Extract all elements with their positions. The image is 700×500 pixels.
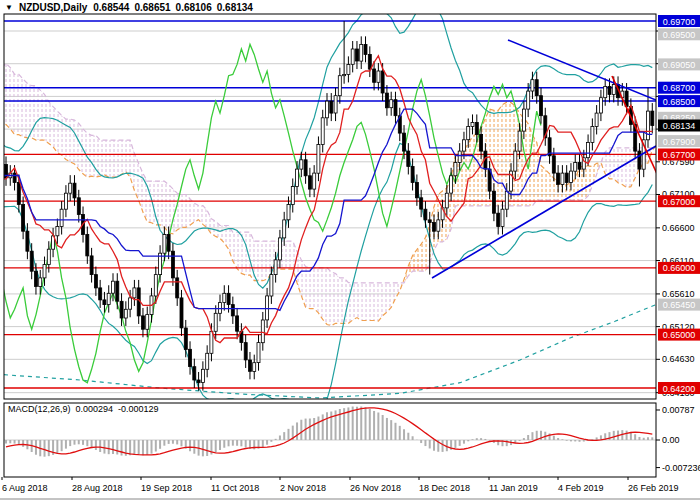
price-badge-0.68134: 0.68134 bbox=[658, 120, 700, 132]
date-label: 4 Feb 2019 bbox=[558, 483, 604, 493]
price-badge-0.69700: 0.69700 bbox=[658, 15, 700, 27]
date-label: 19 Sep 2018 bbox=[141, 483, 192, 493]
macd-signal-line bbox=[6, 408, 652, 455]
symbol-dropdown-icon[interactable]: ▼ bbox=[5, 3, 13, 12]
price-badge-0.66000: 0.66000 bbox=[658, 262, 700, 274]
price-badge-label: 0.67900 bbox=[663, 137, 696, 147]
price-badge-0.69050: 0.69050 bbox=[658, 58, 700, 70]
trading-terminal-window: 0.675900.671000.666000.661100.656100.651… bbox=[0, 0, 700, 500]
date-label: 26 Feb 2019 bbox=[628, 483, 679, 493]
ohlc-close: 0.68134 bbox=[217, 2, 253, 13]
price-badge-label: 0.68134 bbox=[663, 121, 696, 131]
date-label: 6 Aug 2018 bbox=[2, 483, 48, 493]
date-axis[interactable]: 6 Aug 201828 Aug 201819 Sep 201811 Oct 2… bbox=[0, 477, 700, 499]
price-tick-label: 0.65610 bbox=[662, 289, 695, 299]
price-badge-label: 0.69500 bbox=[663, 30, 696, 40]
price-badge-0.67000: 0.67000 bbox=[658, 195, 700, 207]
price-tick-label: 0.64630 bbox=[662, 354, 695, 364]
ichimoku-cloud bbox=[0, 52, 700, 325]
macd-tick-label: 0.00787 bbox=[662, 405, 695, 415]
price-axis[interactable]: 0.675900.671000.666000.661100.656100.651… bbox=[656, 15, 700, 473]
price-badge-label: 0.68500 bbox=[663, 97, 696, 107]
macd-name: MACD(12,26,9) bbox=[8, 404, 71, 414]
price-badge-0.68700: 0.68700 bbox=[658, 82, 700, 94]
price-badge-label: 0.65000 bbox=[663, 330, 696, 340]
ohlc-high: 0.68651 bbox=[134, 2, 170, 13]
ohlc-open: 0.68544 bbox=[93, 2, 129, 13]
price-badge-label: 0.66000 bbox=[663, 263, 696, 273]
date-label: 2 Nov 2018 bbox=[280, 483, 326, 493]
price-badge-0.68500: 0.68500 bbox=[658, 95, 700, 107]
price-badge-label: 0.68700 bbox=[663, 83, 696, 93]
macd-tick-label: 0.00 bbox=[662, 435, 680, 445]
price-tick-label: 0.66600 bbox=[662, 223, 695, 233]
macd-main-value: 0.000294 bbox=[76, 404, 114, 414]
date-label: 11 Jan 2019 bbox=[489, 483, 538, 493]
date-label: 11 Oct 2018 bbox=[211, 483, 259, 493]
price-badge-0.65450: 0.65450 bbox=[658, 299, 700, 311]
price-chart[interactable]: 0.675900.671000.666000.661100.656100.651… bbox=[0, 0, 700, 500]
price-badge-label: 0.67700 bbox=[663, 150, 696, 160]
macd-histogram bbox=[6, 407, 652, 457]
ohlc-low: 0.68106 bbox=[176, 2, 212, 13]
date-label: 18 Dec 2018 bbox=[419, 483, 470, 493]
price-badge-0.67900: 0.67900 bbox=[658, 135, 700, 147]
date-label: 28 Aug 2018 bbox=[72, 483, 123, 493]
price-badge-0.67700: 0.67700 bbox=[658, 149, 700, 161]
macd-signal-value: -0.000129 bbox=[118, 404, 159, 414]
price-badge-label: 0.69700 bbox=[663, 17, 696, 27]
price-badge-0.64200: 0.64200 bbox=[658, 382, 700, 394]
chart-title-bar: ▼ NZDUSD,Daily 0.68544 0.68651 0.68106 0… bbox=[5, 1, 253, 14]
price-badge-0.69500: 0.69500 bbox=[658, 28, 700, 40]
macd-tick-label: -0.007236 bbox=[662, 463, 700, 473]
macd-panel bbox=[4, 407, 656, 457]
price-badge-label: 0.67000 bbox=[663, 197, 696, 207]
main-plot bbox=[0, 0, 700, 413]
chikou-span-line bbox=[0, 44, 541, 382]
price-badge-label: 0.69050 bbox=[663, 60, 696, 70]
price-badge-label: 0.64200 bbox=[663, 384, 696, 394]
date-label: 26 Nov 2018 bbox=[350, 483, 401, 493]
macd-indicator-label: MACD(12,26,9) 0.000294 -0.000129 bbox=[8, 404, 159, 414]
chart-symbol-label: NZDUSD,Daily bbox=[19, 2, 87, 13]
price-badge-label: 0.65450 bbox=[663, 300, 696, 310]
price-badge-0.65000: 0.65000 bbox=[658, 329, 700, 341]
